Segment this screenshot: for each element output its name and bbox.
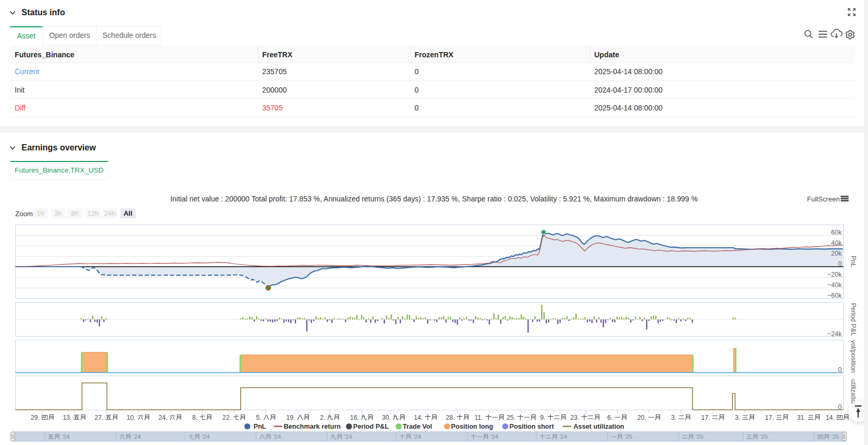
svg-text:5.: 5. bbox=[256, 414, 263, 421]
svg-text:25.: 25. bbox=[507, 414, 517, 421]
svg-text:−60k: −60k bbox=[828, 292, 842, 299]
svg-text:23.: 23. bbox=[570, 414, 581, 421]
svg-text:'25: '25 bbox=[830, 433, 839, 440]
svg-text:29.: 29. bbox=[31, 414, 42, 421]
svg-text:0: 0 bbox=[838, 366, 842, 373]
svg-text:Trade Vol: Trade Vol bbox=[403, 423, 432, 430]
svg-text:13.: 13. bbox=[63, 414, 73, 421]
svg-text:0: 0 bbox=[838, 403, 842, 411]
svg-text:40k: 40k bbox=[831, 239, 842, 247]
svg-text:Position short: Position short bbox=[510, 423, 554, 430]
svg-text:17.: 17. bbox=[765, 414, 776, 421]
svg-text:60k: 60k bbox=[831, 229, 842, 236]
svg-text:'24: '24 bbox=[557, 433, 567, 440]
svg-text:'24: '24 bbox=[343, 433, 353, 440]
svg-text:vol/position: vol/position bbox=[850, 340, 857, 373]
svg-text:'24: '24 bbox=[60, 433, 70, 440]
svg-text:Position long: Position long bbox=[451, 423, 493, 430]
svg-text:'24: '24 bbox=[489, 433, 499, 440]
svg-text:16.: 16. bbox=[350, 414, 360, 421]
svg-text:10.: 10. bbox=[127, 414, 137, 421]
svg-text:8.: 8. bbox=[192, 414, 200, 421]
svg-text:'24: '24 bbox=[131, 433, 141, 440]
svg-text:20k: 20k bbox=[831, 250, 842, 257]
svg-text:30.: 30. bbox=[382, 414, 392, 421]
svg-text:20.: 20. bbox=[637, 414, 648, 421]
svg-text:−20k: −20k bbox=[828, 271, 842, 278]
svg-text:'25: '25 bbox=[694, 433, 704, 440]
svg-text:Period P&L: Period P&L bbox=[850, 303, 857, 336]
svg-text:14.: 14. bbox=[414, 414, 425, 421]
svg-text:22.: 22. bbox=[222, 414, 233, 421]
svg-text:11.: 11. bbox=[474, 414, 484, 421]
svg-text:28.: 28. bbox=[446, 414, 457, 421]
svg-text:PnL: PnL bbox=[850, 256, 857, 267]
svg-text:'24: '24 bbox=[411, 433, 421, 440]
svg-text:'25: '25 bbox=[758, 433, 768, 440]
svg-text:PnL: PnL bbox=[254, 423, 266, 430]
svg-text:31.: 31. bbox=[797, 414, 808, 421]
svg-text:3.: 3. bbox=[735, 414, 742, 421]
svg-text:6.: 6. bbox=[607, 414, 615, 421]
svg-text:'24: '24 bbox=[271, 433, 281, 440]
svg-text:−24k: −24k bbox=[828, 330, 842, 338]
svg-text:14.: 14. bbox=[826, 414, 836, 421]
svg-text:2.: 2. bbox=[320, 414, 327, 421]
svg-text:Asset utilization: Asset utilization bbox=[574, 423, 625, 430]
svg-text:Benchmark return: Benchmark return bbox=[284, 423, 340, 430]
svg-text:3.: 3. bbox=[671, 414, 678, 421]
svg-text:'24: '24 bbox=[200, 433, 210, 440]
svg-text:Period P&L: Period P&L bbox=[353, 423, 389, 430]
svg-text:19.: 19. bbox=[286, 414, 297, 421]
svg-text:0: 0 bbox=[838, 260, 842, 268]
svg-text:'25: '25 bbox=[623, 433, 632, 440]
svg-text:24.: 24. bbox=[159, 414, 169, 421]
svg-text:17.: 17. bbox=[701, 414, 712, 421]
svg-text:9.: 9. bbox=[540, 414, 547, 421]
svg-text:27.: 27. bbox=[95, 414, 105, 421]
svg-text:−40k: −40k bbox=[828, 281, 842, 289]
